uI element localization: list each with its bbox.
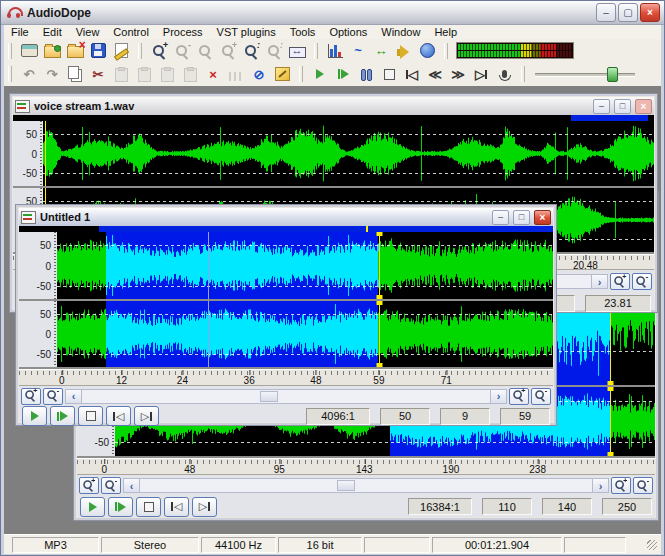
menu-window[interactable]: Window xyxy=(374,26,427,38)
menu-options[interactable]: Options xyxy=(322,26,374,38)
scroll-right-arrow[interactable]: › xyxy=(591,275,607,288)
resize-grip[interactable] xyxy=(647,540,657,550)
delete-icon[interactable]: × xyxy=(202,64,224,84)
cut-icon[interactable]: ✂ xyxy=(87,64,109,84)
maximize-button[interactable]: □ xyxy=(614,99,631,114)
close-button[interactable]: × xyxy=(534,210,551,225)
record-mic-icon[interactable] xyxy=(493,64,515,84)
zoom-vertical-in-button[interactable]: + xyxy=(79,477,99,494)
waveform-channel-right[interactable] xyxy=(57,301,553,367)
paste-icon[interactable] xyxy=(110,64,132,84)
zoom-in-button[interactable]: + xyxy=(610,273,630,290)
zoom-out-button[interactable]: - xyxy=(531,388,551,405)
time-stretch-icon[interactable]: ↔ xyxy=(370,41,392,61)
go-start-icon[interactable]: ◁ xyxy=(401,64,423,84)
menu-file[interactable]: File xyxy=(4,26,36,38)
toolbar-grip[interactable] xyxy=(138,43,142,59)
horizontal-scrollbar[interactable]: ‹ › xyxy=(123,478,609,493)
window-untitled-titlebar[interactable]: Untitled 1 – □ × xyxy=(19,208,553,226)
silence-icon[interactable] xyxy=(225,64,247,84)
stop-button[interactable] xyxy=(78,406,103,426)
zoom-vertical-icon[interactable]: : xyxy=(263,41,285,61)
zoom-vertical-out-button[interactable]: - xyxy=(43,388,63,405)
menu-control[interactable]: Control xyxy=(106,26,155,38)
scroll-right-arrow[interactable]: › xyxy=(592,479,608,492)
paste-new-icon[interactable] xyxy=(133,64,155,84)
maximize-button[interactable]: □ xyxy=(513,210,530,225)
toolbar-grip[interactable] xyxy=(8,43,12,59)
scroll-left-arrow[interactable]: ‹ xyxy=(124,479,140,492)
zoom-out-icon[interactable]: - xyxy=(171,41,193,61)
paste-insert-icon[interactable] xyxy=(179,64,201,84)
rewind-icon[interactable]: ≪ xyxy=(424,64,446,84)
redo-icon[interactable]: ↷ xyxy=(41,64,63,84)
close-file-icon[interactable] xyxy=(64,41,86,61)
undo-icon[interactable]: ↶ xyxy=(18,64,40,84)
toolbar-grip[interactable] xyxy=(299,66,303,82)
zoom-vertical-out-button[interactable]: - xyxy=(101,477,121,494)
online-help-icon[interactable] xyxy=(416,41,438,61)
toolbar-grip[interactable] xyxy=(8,66,12,82)
copy-icon[interactable] xyxy=(64,64,86,84)
maximize-button[interactable]: ▢ xyxy=(618,3,638,22)
forward-icon[interactable]: ≫ xyxy=(447,64,469,84)
play-button[interactable] xyxy=(80,497,105,517)
go-start-button[interactable]: ◁ xyxy=(164,497,189,517)
zoom-in-button[interactable]: + xyxy=(509,388,529,405)
close-button[interactable]: × xyxy=(640,3,660,22)
toolbar-grip[interactable] xyxy=(521,66,525,82)
zoom-horizontal-icon[interactable]: : xyxy=(240,41,262,61)
menu-tools[interactable]: Tools xyxy=(283,26,323,38)
scroll-left-arrow[interactable]: ‹ xyxy=(66,390,82,403)
menu-edit[interactable]: Edit xyxy=(36,26,69,38)
go-start-button[interactable]: ◁ xyxy=(106,406,131,426)
edit-marker-icon[interactable] xyxy=(271,64,293,84)
minimize-button[interactable]: – xyxy=(492,210,509,225)
play-selection-button[interactable] xyxy=(50,406,75,426)
toolbar-grip[interactable] xyxy=(314,43,318,59)
zoom-vertical-in-button[interactable]: + xyxy=(21,388,41,405)
horizontal-scrollbar[interactable]: ‹ › xyxy=(65,389,507,404)
minimize-button[interactable]: – xyxy=(593,99,610,114)
stop-icon[interactable] xyxy=(378,64,400,84)
paste-mix-icon[interactable] xyxy=(156,64,178,84)
open-audio-device-icon[interactable] xyxy=(18,41,40,61)
zoom-in-button[interactable]: + xyxy=(611,477,631,494)
zoom-out-button[interactable]: - xyxy=(632,273,652,290)
play-selection-icon[interactable] xyxy=(332,64,354,84)
minimize-button[interactable]: – xyxy=(596,3,616,22)
fit-to-window-icon[interactable] xyxy=(286,41,308,61)
speaker-icon[interactable] xyxy=(393,41,415,61)
volume-slider[interactable] xyxy=(535,66,635,82)
stop-button[interactable] xyxy=(136,497,161,517)
volume-slider-thumb[interactable] xyxy=(607,67,618,82)
zoom-in-icon[interactable]: + xyxy=(148,41,170,61)
close-button[interactable]: × xyxy=(635,99,652,114)
cancel-icon[interactable]: ⊘ xyxy=(248,64,270,84)
window-untitled[interactable]: Untitled 1 – □ × 500-50 500-50 01224 xyxy=(15,204,557,426)
scrollbar-thumb[interactable] xyxy=(337,480,355,491)
scrollbar-thumb[interactable] xyxy=(260,391,278,402)
toolbar-grip[interactable] xyxy=(444,43,448,59)
waveform-channel-left[interactable] xyxy=(57,232,553,299)
zoom-out-button[interactable]: - xyxy=(633,477,653,494)
open-file-icon[interactable] xyxy=(41,41,63,61)
menu-vst-plugins[interactable]: VST plugins xyxy=(210,26,283,38)
statistics-icon[interactable] xyxy=(324,41,346,61)
go-end-button[interactable]: ▷ xyxy=(134,406,159,426)
menu-help[interactable]: Help xyxy=(427,26,464,38)
zoom-previous-icon[interactable] xyxy=(194,41,216,61)
save-file-icon[interactable] xyxy=(87,41,109,61)
new-edit-icon[interactable] xyxy=(110,41,132,61)
scroll-right-arrow[interactable]: › xyxy=(490,390,506,403)
go-end-button[interactable]: ▷ xyxy=(192,497,217,517)
play-selection-button[interactable] xyxy=(108,497,133,517)
waveform-channel-left[interactable] xyxy=(43,121,654,186)
pause-icon[interactable] xyxy=(355,64,377,84)
menu-process[interactable]: Process xyxy=(156,26,210,38)
menu-view[interactable]: View xyxy=(69,26,107,38)
window-voice-titlebar[interactable]: voice stream 1.wav – □ × xyxy=(13,97,654,115)
oscillator-icon[interactable]: ~ xyxy=(347,41,369,61)
zoom-selection-icon[interactable]: + xyxy=(217,41,239,61)
app-titlebar[interactable]: AudioDope – ▢ × xyxy=(1,1,664,25)
